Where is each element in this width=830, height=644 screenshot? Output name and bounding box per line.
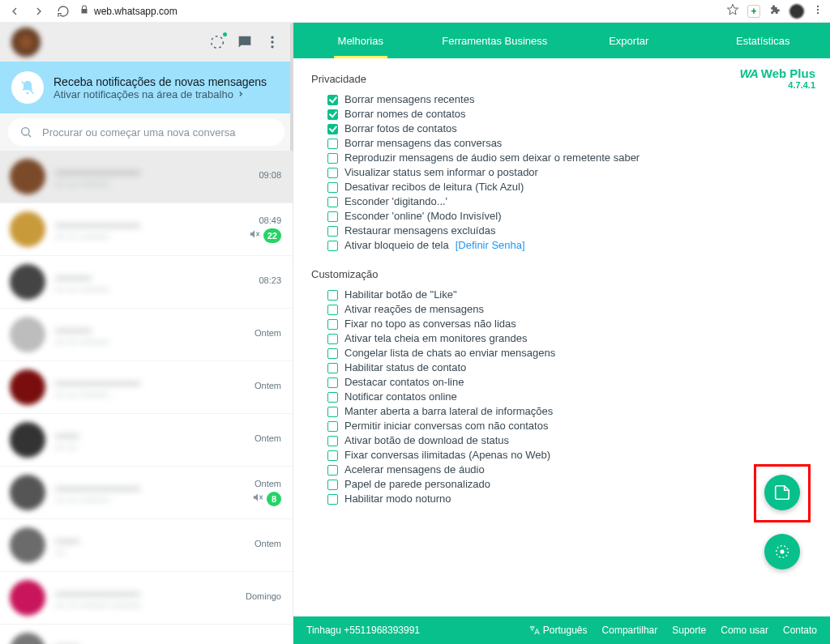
- checkbox[interactable]: [327, 465, 338, 476]
- extension-plus-icon[interactable]: +: [747, 5, 760, 18]
- checkbox[interactable]: [327, 139, 338, 149]
- option-row[interactable]: Habilitar botão de "Like": [327, 288, 812, 301]
- checkbox[interactable]: [327, 95, 338, 105]
- checkbox[interactable]: [327, 168, 338, 178]
- forward-icon[interactable]: [31, 5, 47, 18]
- option-link[interactable]: [Definir Senha]: [456, 239, 525, 252]
- option-row[interactable]: Ativar botão de download de status: [327, 434, 812, 447]
- tab-exportar[interactable]: Exportar: [562, 23, 696, 58]
- checkbox[interactable]: [327, 494, 338, 505]
- option-row[interactable]: Ativar bloqueio de tela [Definir Senha]: [327, 239, 812, 252]
- checkbox[interactable]: [327, 182, 338, 193]
- my-avatar[interactable]: [11, 28, 41, 57]
- option-row[interactable]: Acelerar mensagens de áudio: [327, 463, 812, 476]
- checkbox[interactable]: [327, 211, 338, 222]
- option-row[interactable]: Esconder 'online' (Modo Invisível): [327, 210, 812, 223]
- option-row[interactable]: Desativar recibos de leitura (Tick Azul): [327, 181, 812, 194]
- chat-list[interactable]: ——————— — — ——— 09:08 ——————— — — ——— 08…: [0, 151, 293, 644]
- option-row[interactable]: Visualizar status sem informar o postado…: [327, 166, 812, 179]
- footer-link-howto[interactable]: Como usar: [721, 625, 768, 636]
- chrome-menu-icon[interactable]: [812, 4, 824, 19]
- new-chat-icon[interactable]: [236, 33, 254, 51]
- chat-item[interactable]: ——————— — — ——— ——— Domingo: [0, 572, 293, 625]
- option-label: Ativar tela cheia em monitores grandes: [344, 332, 527, 345]
- chat-name: ——: [55, 638, 241, 645]
- option-row[interactable]: Restaurar mensagens excluídas: [327, 224, 812, 237]
- checkbox[interactable]: [327, 109, 338, 120]
- footer-link-share[interactable]: Compartilhar: [602, 625, 658, 636]
- chat-item[interactable]: ——————— — — ——— 08:49 22: [0, 203, 293, 256]
- back-icon[interactable]: [6, 5, 23, 18]
- option-row[interactable]: Esconder 'digitando...': [327, 195, 812, 208]
- chat-item[interactable]: ——————— — — ——— Ontem 8: [0, 467, 293, 519]
- tab-ferramentas-business[interactable]: Ferramentas Business: [428, 23, 563, 58]
- option-row[interactable]: Reproduzir mensagens de áudio sem deixar…: [327, 151, 812, 164]
- profile-avatar-icon[interactable]: [789, 4, 804, 19]
- checkbox[interactable]: [327, 334, 338, 344]
- option-row[interactable]: Manter aberta a barra lateral de informa…: [327, 405, 812, 418]
- option-row[interactable]: Permitir iniciar conversas com não conta…: [327, 420, 812, 433]
- chat-item[interactable]: —— — — Sábado: [0, 625, 293, 644]
- checkbox[interactable]: [327, 348, 338, 359]
- option-row[interactable]: Habilitar status de contato: [327, 361, 812, 374]
- notification-banner[interactable]: Receba notificações de novas mensagens A…: [0, 62, 293, 113]
- chat-item[interactable]: ——— — — ——— 08:23: [0, 256, 293, 309]
- menu-icon[interactable]: [263, 33, 281, 51]
- chat-avatar: [10, 159, 45, 194]
- checkbox[interactable]: [327, 450, 338, 461]
- notif-subtitle[interactable]: Ativar notificações na área de trabalho: [53, 88, 267, 100]
- chat-item[interactable]: ——————— — — ——— 09:08: [0, 151, 293, 203]
- footer-language[interactable]: Português: [528, 625, 588, 636]
- checkbox[interactable]: [327, 436, 338, 446]
- option-row[interactable]: Ativar reações de mensagens: [327, 303, 812, 316]
- option-row[interactable]: Papel de parede personalizado: [327, 478, 812, 491]
- address-bar[interactable]: web.whatsapp.com: [79, 5, 718, 17]
- option-row[interactable]: Ativar tela cheia em monitores grandes: [327, 332, 812, 345]
- sticker-fab[interactable]: [764, 475, 800, 510]
- option-row[interactable]: Fixar no topo as conversas não lidas: [327, 318, 812, 331]
- checkbox[interactable]: [327, 363, 338, 373]
- extensions-icon[interactable]: [768, 3, 781, 19]
- checkbox[interactable]: [327, 226, 338, 237]
- checkbox[interactable]: [327, 197, 338, 207]
- option-row[interactable]: Borrar nomes de contatos: [327, 108, 812, 121]
- option-row[interactable]: Borrar mensagens das conversas: [327, 137, 812, 150]
- option-row[interactable]: Congelar lista de chats ao enviar mensag…: [327, 347, 812, 360]
- option-row[interactable]: Notificar contatos online: [327, 390, 812, 403]
- status-icon[interactable]: [208, 33, 226, 51]
- chat-last-msg: — — ———: [55, 231, 239, 242]
- checkbox[interactable]: [327, 319, 338, 330]
- option-row[interactable]: Destacar contatos on-line: [327, 376, 812, 389]
- notif-title: Receba notificações de novas mensagens: [53, 75, 267, 88]
- settings-fab[interactable]: [764, 534, 800, 569]
- checkbox[interactable]: [327, 124, 338, 134]
- footer-link-contact[interactable]: Contato: [783, 625, 817, 636]
- tab-melhorias[interactable]: Melhorias: [293, 23, 428, 58]
- option-row[interactable]: Habilitar modo noturno: [327, 493, 812, 505]
- checkbox[interactable]: [327, 305, 338, 315]
- tab-estatísticas[interactable]: Estatísticas: [696, 23, 831, 58]
- checkbox[interactable]: [327, 421, 338, 432]
- checkbox[interactable]: [327, 407, 338, 417]
- chat-time: Ontem: [255, 433, 281, 443]
- option-row[interactable]: Borrar mensagens recentes: [327, 93, 812, 106]
- option-label: Habilitar status de contato: [344, 361, 466, 374]
- checkbox[interactable]: [327, 480, 338, 490]
- checkbox[interactable]: [327, 392, 338, 403]
- option-row[interactable]: Fixar conversas ilimitadas (Apenas no We…: [327, 449, 812, 462]
- footer-link-support[interactable]: Suporte: [672, 625, 706, 636]
- refresh-icon[interactable]: [55, 5, 71, 18]
- checkbox[interactable]: [327, 290, 338, 301]
- chat-name: ——: [55, 428, 245, 441]
- search-input[interactable]: Procurar ou começar uma nova conversa: [8, 118, 285, 146]
- checkbox[interactable]: [327, 153, 338, 164]
- svg-point-3: [212, 36, 224, 49]
- checkbox[interactable]: [327, 377, 338, 388]
- star-icon[interactable]: [726, 3, 739, 19]
- chat-item[interactable]: ——————— — — ——— Ontem: [0, 361, 293, 414]
- chat-item[interactable]: —— — Ontem: [0, 519, 293, 572]
- checkbox[interactable]: [327, 241, 338, 251]
- option-row[interactable]: Borrar fotos de contatos: [327, 122, 812, 135]
- chat-item[interactable]: ——— — — ——— Ontem: [0, 309, 293, 361]
- chat-item[interactable]: —— — — Ontem: [0, 414, 293, 467]
